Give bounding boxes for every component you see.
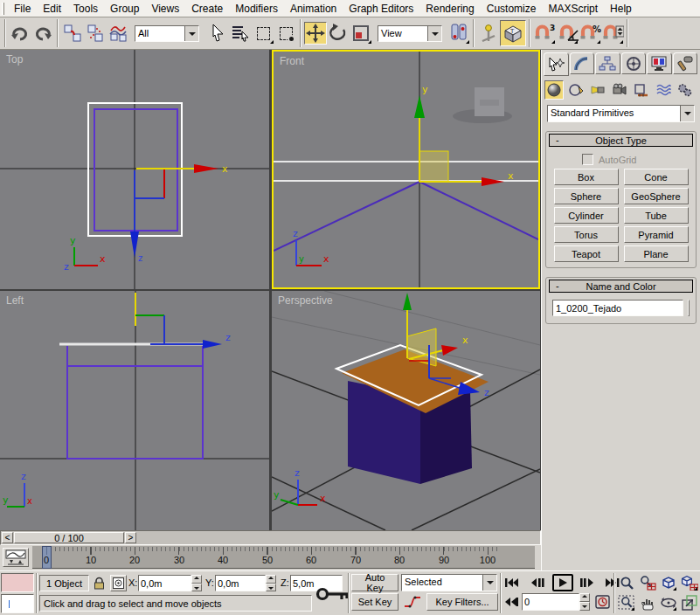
- primitives-category-dropdown[interactable]: Standard Primitives: [547, 105, 695, 122]
- category-spacewarps[interactable]: [654, 80, 673, 100]
- menu-file[interactable]: File: [8, 1, 37, 17]
- teapot-button[interactable]: Teapot: [554, 245, 619, 262]
- category-cameras[interactable]: [610, 80, 629, 100]
- snap-3d-toggle-button[interactable]: 3: [533, 22, 556, 45]
- move-gizmo-top[interactable]: x z: [130, 163, 228, 263]
- category-shapes[interactable]: [566, 80, 586, 100]
- select-and-move-button[interactable]: [304, 22, 327, 45]
- previous-frame-button[interactable]: [528, 575, 547, 591]
- rectangular-selection-region-button[interactable]: [252, 22, 274, 45]
- sphere-button[interactable]: Sphere: [554, 188, 619, 204]
- zoom-button[interactable]: [617, 574, 635, 591]
- menu-help[interactable]: Help: [604, 1, 638, 17]
- menu-maxscript[interactable]: MAXScript: [542, 1, 604, 17]
- tube-button[interactable]: Tube: [624, 207, 689, 224]
- tab-motion[interactable]: [621, 52, 647, 74]
- unlink-selection-button[interactable]: [84, 22, 107, 45]
- y-coordinate-field[interactable]: [215, 575, 266, 591]
- arc-rotate-button[interactable]: [659, 594, 677, 612]
- current-frame-field[interactable]: [522, 593, 579, 611]
- autogrid-checkbox[interactable]: [582, 154, 593, 165]
- snaps-toggle-button[interactable]: T: [500, 20, 526, 46]
- select-and-manipulate-button[interactable]: [477, 22, 500, 45]
- viewport-perspective[interactable]: x z z y x Perspective: [272, 291, 540, 530]
- object-name-field[interactable]: [552, 300, 683, 316]
- dropdown-arrow-icon[interactable]: [680, 106, 694, 121]
- play-animation-button[interactable]: [552, 574, 573, 591]
- dropdown-arrow-icon[interactable]: [427, 26, 441, 41]
- select-by-name-button[interactable]: [229, 22, 252, 45]
- redo-button[interactable]: [31, 22, 54, 45]
- menu-animation[interactable]: Animation: [284, 1, 343, 17]
- key-filters-button[interactable]: Key Filters...: [426, 593, 498, 611]
- use-pivot-point-center-button[interactable]: [447, 22, 470, 45]
- menu-modifiers[interactable]: Modifiers: [229, 1, 284, 17]
- track-bar-ruler[interactable]: 0 10 20 30 40 50 60 70 80 90 100: [32, 546, 535, 569]
- viewport-top[interactable]: x z y x z Top: [0, 50, 269, 289]
- region-zoom-button[interactable]: [617, 594, 635, 612]
- name-color-rollout-header[interactable]: - Name and Color: [549, 280, 693, 293]
- absolute-offset-mode-toggle[interactable]: [110, 575, 127, 591]
- category-geometry[interactable]: [544, 80, 564, 100]
- pyramid-button[interactable]: Pyramid: [624, 226, 689, 243]
- object-color-swatch[interactable]: [688, 300, 690, 316]
- roof-plane-front-wire[interactable]: [274, 162, 538, 181]
- undo-button[interactable]: [9, 22, 31, 45]
- selection-lock-toggle[interactable]: [91, 575, 107, 591]
- category-systems[interactable]: [676, 80, 695, 100]
- next-frame-arrow[interactable]: >: [125, 532, 136, 543]
- selection-filter-dropdown[interactable]: All: [135, 25, 199, 42]
- percent-snap-toggle-button[interactable]: %: [579, 22, 601, 45]
- mini-curve-editor-button[interactable]: [3, 548, 29, 567]
- x-coordinate-field[interactable]: [138, 575, 191, 591]
- pan-button[interactable]: [638, 594, 656, 612]
- menu-group[interactable]: Group: [104, 1, 145, 17]
- go-to-start-button[interactable]: [503, 575, 519, 591]
- bind-to-spacewarp-button[interactable]: [107, 22, 129, 45]
- menu-graph-editors[interactable]: Graph Editors: [343, 1, 419, 17]
- auto-key-button[interactable]: Auto Key: [351, 574, 399, 591]
- left-viewport-canvas[interactable]: z z y x: [0, 291, 269, 530]
- perspective-viewport-canvas[interactable]: x z z y x: [272, 291, 540, 530]
- tab-hierarchy[interactable]: [595, 52, 620, 74]
- time-slider-handle[interactable]: 0 / 100: [14, 532, 124, 543]
- front-viewport-canvas[interactable]: y x z y x: [274, 52, 538, 287]
- category-lights[interactable]: [588, 80, 607, 100]
- tab-utilities[interactable]: [673, 52, 698, 74]
- reference-coordinate-system-dropdown[interactable]: View: [378, 25, 442, 42]
- viewport-front[interactable]: y x z y x Front: [272, 50, 540, 289]
- tab-create[interactable]: [544, 52, 569, 76]
- x-spinner[interactable]: [191, 575, 202, 591]
- menu-tools[interactable]: Tools: [67, 1, 104, 17]
- object-type-rollout-header[interactable]: - Object Type: [549, 134, 693, 147]
- cylinder-button[interactable]: Cylinder: [554, 207, 619, 224]
- next-frame-button[interactable]: [578, 575, 597, 591]
- menu-create[interactable]: Create: [185, 1, 229, 17]
- time-configuration-button[interactable]: [593, 594, 611, 610]
- move-gizmo-left[interactable]: z: [135, 293, 231, 349]
- box-front-wire[interactable]: [274, 182, 538, 251]
- select-and-link-button[interactable]: [61, 22, 84, 45]
- menu-edit[interactable]: Edit: [37, 1, 67, 17]
- select-object-button[interactable]: [206, 22, 229, 45]
- select-and-scale-button[interactable]: [350, 22, 372, 45]
- zoom-extents-button[interactable]: [659, 574, 677, 591]
- maxscript-listener-field[interactable]: [1, 594, 34, 613]
- tab-modify[interactable]: [570, 52, 595, 74]
- tab-display[interactable]: [647, 52, 672, 74]
- time-slider[interactable]: < 0 / 100 >: [0, 530, 541, 545]
- box-button[interactable]: Box: [554, 169, 619, 185]
- menu-views[interactable]: Views: [145, 1, 185, 17]
- menu-rendering[interactable]: Rendering: [419, 1, 480, 17]
- previous-frame-arrow[interactable]: <: [2, 532, 13, 543]
- key-mode-toggle-button[interactable]: [503, 594, 519, 610]
- maximize-viewport-toggle-button[interactable]: [680, 594, 698, 612]
- spinner-snap-toggle-button[interactable]: [601, 22, 624, 45]
- zoom-all-button[interactable]: [638, 574, 656, 591]
- top-viewport-canvas[interactable]: x z y x z: [0, 50, 269, 289]
- macro-recorder-field[interactable]: [1, 573, 34, 592]
- window-crossing-button[interactable]: [274, 22, 297, 45]
- default-tangent-button[interactable]: [401, 593, 424, 611]
- category-helpers[interactable]: [632, 80, 651, 100]
- plane-button[interactable]: Plane: [624, 245, 689, 262]
